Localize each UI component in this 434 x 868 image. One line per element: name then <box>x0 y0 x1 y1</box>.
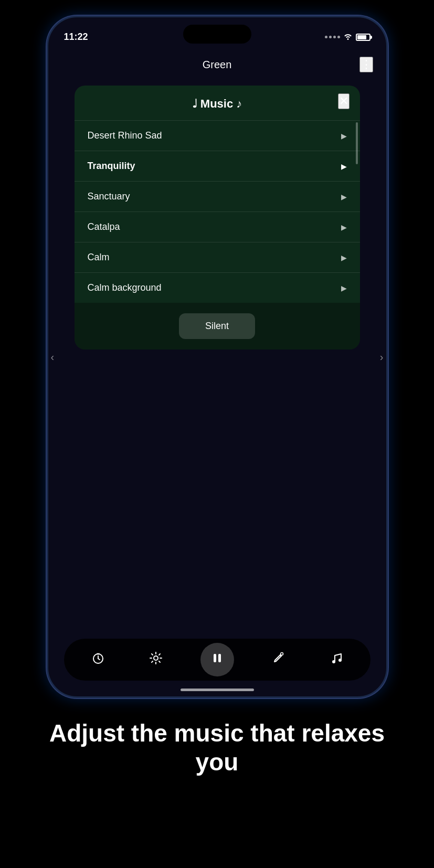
svg-point-5 <box>154 656 158 660</box>
settings-button[interactable] <box>143 647 169 673</box>
play-icon: ▶ <box>341 223 347 231</box>
play-icon-active: ▶ <box>341 162 347 171</box>
caption-text: Adjust the music that relaxes you <box>26 719 408 777</box>
music-item-name: Desert Rhino Sad <box>88 130 162 141</box>
status-icons <box>325 33 371 41</box>
list-item[interactable]: Tranquility ▶ <box>75 151 360 182</box>
timer-icon <box>91 651 105 668</box>
svg-line-2 <box>98 653 99 654</box>
pause-button[interactable] <box>200 643 234 676</box>
music-item-name: Sanctuary <box>88 191 130 202</box>
edit-button[interactable] <box>266 647 292 673</box>
svg-line-4 <box>98 659 100 660</box>
music-item-name: Calm <box>88 252 110 263</box>
svg-point-9 <box>332 660 335 663</box>
settings-icon <box>149 651 163 668</box>
signal-dot-2 <box>329 36 332 38</box>
modal-scrollbar <box>356 122 358 164</box>
home-indicator <box>181 689 254 691</box>
phone-wrapper: 11:22 Green ⋮ <box>47 16 388 698</box>
music-modal: ✕ ♩ Music ♪ Desert Rhino Sad ▶ Tranquili… <box>75 86 360 350</box>
signal-dot-4 <box>337 36 340 38</box>
list-item[interactable]: Desert Rhino Sad ▶ <box>75 121 360 151</box>
modal-close-button[interactable]: ✕ <box>338 93 350 109</box>
list-item[interactable]: Catalpa ▶ <box>75 212 360 242</box>
music-item-name-active: Tranquility <box>88 161 135 172</box>
side-arrow-right-icon[interactable]: › <box>380 351 384 363</box>
signal-dots <box>325 36 340 38</box>
svg-point-8 <box>280 653 283 655</box>
play-icon: ▶ <box>341 132 347 140</box>
music-icon <box>330 651 343 668</box>
edit-icon <box>272 651 285 668</box>
modal-title: ♩ Music ♪ <box>75 86 360 121</box>
play-icon: ▶ <box>341 193 347 201</box>
music-list: Desert Rhino Sad ▶ Tranquility ▶ Sanctua… <box>75 121 360 303</box>
side-arrow-left-icon[interactable]: ‹ <box>51 351 55 363</box>
svg-rect-6 <box>214 654 216 662</box>
list-item[interactable]: Calm background ▶ <box>75 273 360 303</box>
svg-point-10 <box>338 659 342 662</box>
list-item[interactable]: Sanctuary ▶ <box>75 182 360 212</box>
music-item-name: Catalpa <box>88 221 120 232</box>
battery-icon <box>356 34 371 41</box>
music-button[interactable] <box>323 647 350 673</box>
play-icon: ▶ <box>341 284 347 292</box>
list-item[interactable]: Calm ▶ <box>75 242 360 273</box>
music-item-name: Calm background <box>88 282 162 293</box>
status-time: 11:22 <box>64 31 88 43</box>
caption-section: Adjust the music that relaxes you <box>0 698 434 787</box>
silent-button[interactable]: Silent <box>179 313 255 339</box>
battery-fill <box>357 35 367 39</box>
app-bar: Green ⋮ <box>48 49 386 80</box>
app-menu-button[interactable]: ⋮ <box>359 57 373 72</box>
play-icon: ▶ <box>341 253 347 262</box>
signal-dot-1 <box>325 36 327 38</box>
bottom-nav <box>64 639 371 681</box>
signal-dot-3 <box>333 36 336 38</box>
silent-section: Silent <box>75 303 360 350</box>
app-title: Green <box>203 59 232 71</box>
phone-frame: 11:22 Green ⋮ <box>47 16 388 698</box>
timer-button[interactable] <box>85 647 111 673</box>
wifi-icon <box>343 33 353 41</box>
dynamic-island <box>183 25 251 44</box>
svg-rect-7 <box>218 654 221 662</box>
pause-icon <box>210 651 225 669</box>
